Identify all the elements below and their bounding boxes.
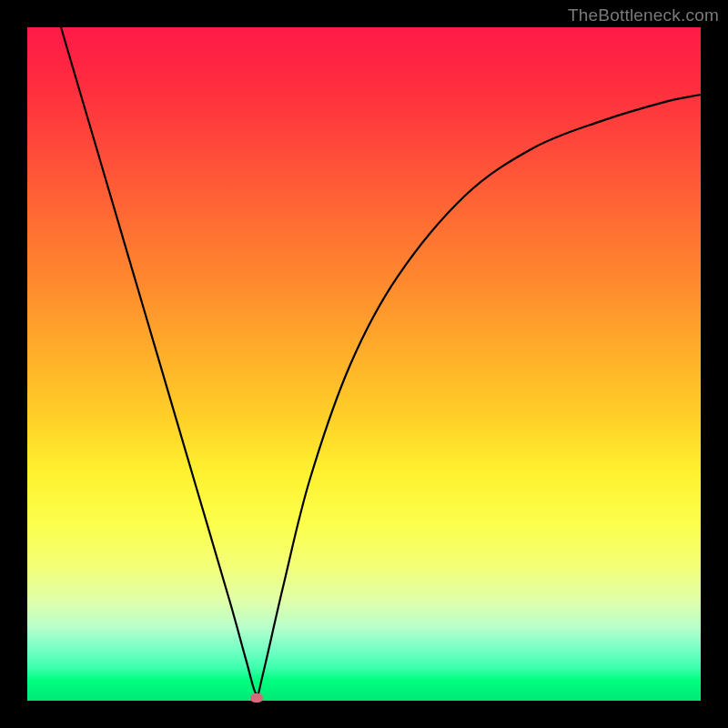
watermark-text: TheBottleneck.com	[568, 5, 719, 25]
plot-area	[27, 27, 701, 701]
bottleneck-curve	[27, 27, 701, 701]
chart-frame: TheBottleneck.com	[0, 0, 728, 728]
minimum-marker	[250, 693, 263, 703]
